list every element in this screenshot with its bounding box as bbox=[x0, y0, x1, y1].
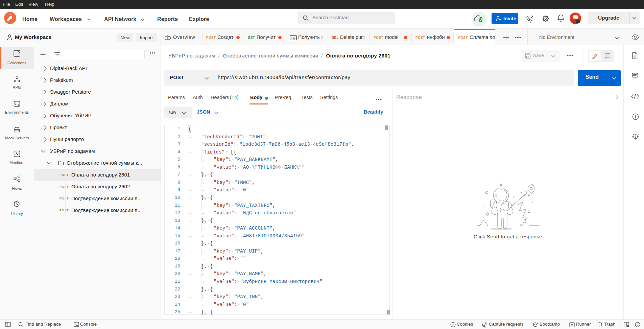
svg-text:e.g.: e.g. bbox=[291, 37, 295, 40]
svg-text:?: ? bbox=[637, 323, 638, 326]
